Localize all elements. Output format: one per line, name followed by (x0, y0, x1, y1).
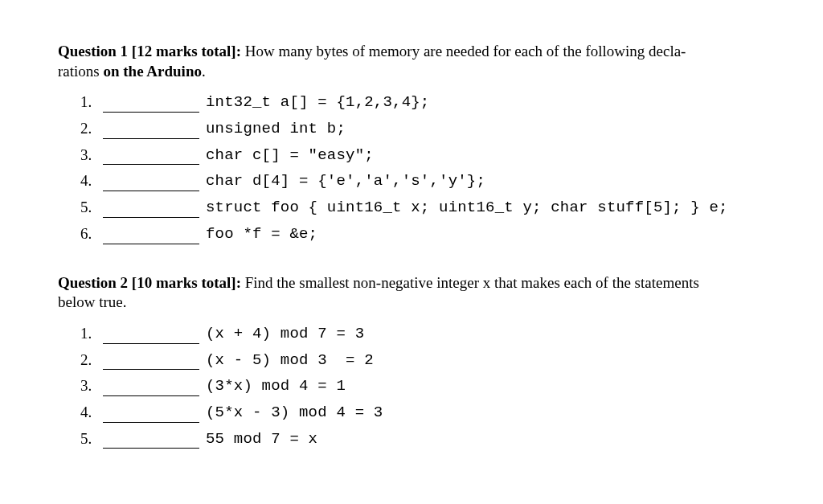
item-number: 1. (80, 324, 98, 344)
list-item: 2. (x - 5) mod 3 = 2 (80, 350, 765, 371)
list-item: 6. foo *f = &e; (80, 224, 765, 244)
code-snippet: int32_t a[] = {1,2,3,4}; (206, 92, 429, 113)
answer-blank[interactable] (103, 122, 199, 139)
answer-blank[interactable] (103, 432, 199, 449)
code-snippet: (x - 5) mod 3 = 2 (206, 350, 374, 371)
answer-blank[interactable] (103, 353, 199, 370)
q1-text-line2b: . (202, 63, 206, 80)
answer-blank[interactable] (103, 174, 199, 191)
item-number: 5. (80, 198, 98, 218)
answer-blank[interactable] (103, 327, 199, 344)
list-item: 3. char c[] = "easy"; (80, 145, 765, 166)
item-number: 6. (80, 224, 98, 244)
list-item: 1. int32_t a[] = {1,2,3,4}; (80, 92, 765, 113)
code-snippet: (3*x) mod 4 = 1 (206, 376, 346, 396)
exam-page: Question 1 [12 marks total]: How many by… (0, 0, 823, 449)
item-number: 2. (80, 350, 98, 371)
list-item: 5. 55 mod 7 = x (80, 429, 765, 449)
item-number: 3. (80, 145, 98, 166)
list-item: 1. (x + 4) mod 7 = 3 (80, 324, 765, 344)
q1-label: Question 1 [12 marks total]: (58, 43, 241, 59)
code-snippet: foo *f = &e; (206, 224, 317, 244)
q2-label: Question 2 [10 marks total]: (58, 274, 241, 291)
code-snippet: char c[] = "easy"; (206, 145, 374, 166)
q1-bold-mid: on the Arduino (103, 63, 201, 80)
item-number: 1. (80, 92, 98, 113)
answer-blank[interactable] (103, 406, 199, 423)
answer-blank[interactable] (103, 149, 199, 166)
item-number: 5. (80, 429, 98, 449)
item-number: 3. (80, 376, 98, 396)
q1-items: 1. int32_t a[] = {1,2,3,4}; 2. unsigned … (58, 92, 765, 244)
list-item: 4. char d[4] = {'e','a','s','y'}; (80, 171, 765, 191)
answer-blank[interactable] (103, 201, 199, 218)
item-number: 2. (80, 119, 98, 139)
q2-text-line2: below true. (58, 293, 126, 310)
code-snippet: struct foo { uint16_t x; uint16_t y; cha… (206, 198, 728, 218)
answer-blank[interactable] (103, 227, 199, 244)
list-item: 4. (5*x - 3) mod 4 = 3 (80, 403, 765, 423)
answer-blank[interactable] (103, 379, 199, 396)
item-number: 4. (80, 403, 98, 423)
list-item: 2. unsigned int b; (80, 119, 765, 139)
code-snippet: (5*x - 3) mod 4 = 3 (206, 403, 383, 423)
question-1-header: Question 1 [12 marks total]: How many by… (58, 42, 765, 81)
code-snippet: 55 mod 7 = x (206, 429, 317, 449)
section-spacer (58, 251, 765, 273)
question-2-header: Question 2 [10 marks total]: Find the sm… (58, 273, 765, 313)
q1-text-line2a: rations (58, 63, 103, 80)
code-snippet: (x + 4) mod 7 = 3 (206, 324, 364, 344)
list-item: 3. (3*x) mod 4 = 1 (80, 376, 765, 396)
item-number: 4. (80, 171, 98, 191)
code-snippet: unsigned int b; (206, 119, 346, 139)
q2-text-line1: Find the smallest non-negative integer x… (241, 274, 699, 291)
q2-items: 1. (x + 4) mod 7 = 3 2. (x - 5) mod 3 = … (58, 324, 765, 449)
answer-blank[interactable] (103, 96, 199, 113)
q1-text-line1: How many bytes of memory are needed for … (241, 43, 686, 59)
list-item: 5. struct foo { uint16_t x; uint16_t y; … (80, 198, 765, 218)
code-snippet: char d[4] = {'e','a','s','y'}; (206, 171, 485, 191)
